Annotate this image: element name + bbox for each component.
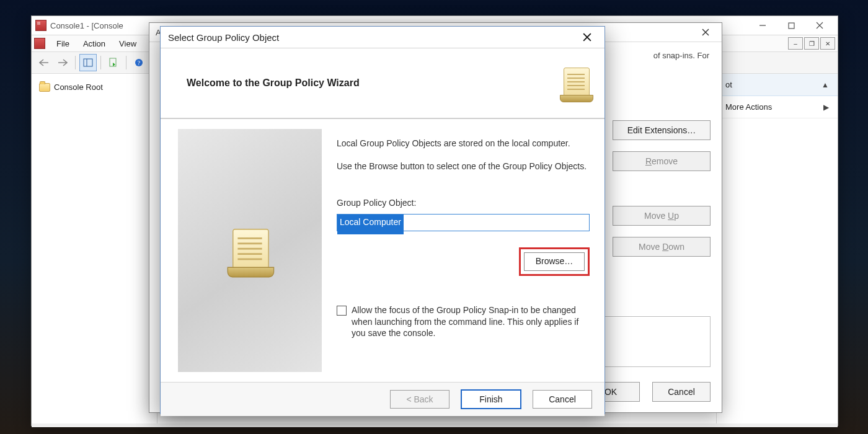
- mmc-statusbar: [32, 423, 838, 427]
- wizard-footer: < Back Finish Cancel: [161, 382, 604, 416]
- gpo-input[interactable]: Local Computer: [337, 214, 590, 231]
- mmc-close-button[interactable]: [805, 17, 834, 35]
- mmc-title-text: Console1 - [Console: [50, 21, 123, 30]
- actions-header-label: ot: [725, 80, 732, 89]
- wizard-paragraph-1: Local Group Policy Objects are stored on…: [337, 138, 590, 149]
- chevron-right-icon: ▶: [823, 103, 829, 112]
- svg-rect-1: [789, 23, 794, 29]
- gpo-input-value: Local Computer: [337, 215, 404, 234]
- move-up-button[interactable]: Move Up: [613, 206, 711, 226]
- nav-back-button[interactable]: [35, 54, 53, 71]
- mmc-doc-icon: [34, 38, 45, 49]
- actions-item-label: More Actions: [725, 102, 772, 112]
- browse-highlight: Browse…: [519, 247, 590, 276]
- help-button[interactable]: ?: [130, 54, 148, 71]
- wizard-paragraph-2: Use the Browse button to select one of t…: [337, 161, 590, 172]
- nav-forward-button[interactable]: [54, 54, 71, 71]
- mdi-close-button[interactable]: ✕: [820, 37, 835, 50]
- tree-item-console-root[interactable]: Console Root: [35, 80, 153, 94]
- allow-focus-label: Allow the focus of the Group Policy Snap…: [352, 304, 581, 340]
- scroll-icon: [560, 64, 592, 102]
- group-policy-wizard: Select Group Policy Object Welcome to th…: [160, 26, 605, 414]
- actions-item-more[interactable]: More Actions ▶: [717, 96, 838, 118]
- back-button[interactable]: < Back: [390, 390, 450, 409]
- snapins-cancel-button[interactable]: Cancel: [652, 382, 711, 402]
- remove-button[interactable]: Remove: [613, 151, 711, 171]
- menu-view[interactable]: View: [113, 38, 143, 50]
- mmc-maximize-button[interactable]: [777, 17, 805, 35]
- folder-icon: [39, 83, 50, 92]
- actions-pane: ot ▲ More Actions ▶: [716, 74, 838, 423]
- wizard-header: Welcome to the Group Policy Wizard: [161, 48, 604, 119]
- console-tree-panel[interactable]: Console Root: [32, 74, 157, 423]
- show-tree-button[interactable]: [79, 54, 97, 71]
- allow-focus-checkbox[interactable]: [337, 306, 347, 316]
- move-down-button[interactable]: Move Down: [613, 237, 711, 257]
- wizard-titlebar[interactable]: Select Group Policy Object: [161, 27, 604, 48]
- wizard-title-text: Select Group Policy Object: [168, 32, 279, 43]
- mdi-restore-button[interactable]: ❐: [804, 37, 819, 50]
- chevron-up-icon: ▲: [822, 81, 829, 89]
- wizard-close-button[interactable]: [577, 29, 597, 46]
- tree-item-label: Console Root: [54, 82, 103, 92]
- wizard-main-panel: Local Group Policy Objects are stored on…: [322, 119, 604, 382]
- wizard-heading: Welcome to the Group Policy Wizard: [173, 78, 360, 89]
- finish-button[interactable]: Finish: [461, 389, 521, 409]
- menu-file[interactable]: File: [50, 38, 76, 50]
- mmc-minimize-button[interactable]: [748, 17, 777, 35]
- scroll-icon: [228, 224, 273, 278]
- wizard-cancel-button[interactable]: Cancel: [533, 390, 592, 409]
- svg-rect-4: [84, 59, 92, 66]
- browse-button[interactable]: Browse…: [524, 252, 585, 271]
- wizard-side-panel: [178, 129, 322, 372]
- gpo-label: Group Policy Object:: [337, 197, 590, 209]
- svg-text:?: ?: [138, 60, 141, 66]
- menu-action[interactable]: Action: [77, 38, 112, 50]
- mmc-app-icon: [35, 20, 46, 31]
- edit-extensions-button[interactable]: Edit Extensions…: [613, 120, 711, 140]
- actions-header[interactable]: ot ▲: [717, 74, 838, 96]
- mdi-minimize-button[interactable]: –: [788, 37, 803, 50]
- export-list-button[interactable]: [105, 54, 122, 71]
- snapins-close-button[interactable]: [696, 24, 715, 41]
